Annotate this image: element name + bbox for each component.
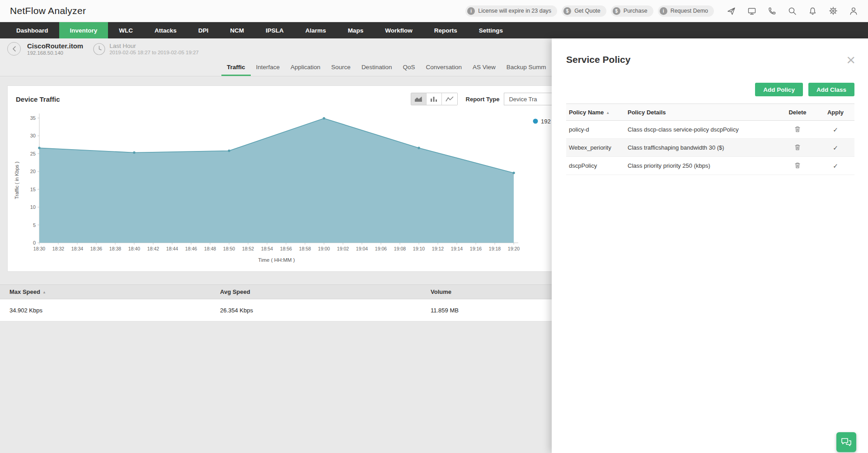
svg-text:18:32: 18:32 [52,246,64,251]
purchase-pill[interactable]: $ Purchase [611,5,653,17]
screen-share-icon[interactable] [747,6,756,16]
nav-dashboard[interactable]: Dashboard [5,22,59,38]
main-nav: Dashboard Inventory WLC Attacks DPI NCM … [0,22,868,38]
nav-dpi[interactable]: DPI [188,22,220,38]
svg-text:5: 5 [33,222,36,228]
chat-button[interactable] [836,432,856,452]
tab-interface[interactable]: Interface [251,59,286,76]
service-policy-table: Policy Name▲ Policy Details Delete Apply… [566,104,854,175]
tab-destination[interactable]: Destination [356,59,398,76]
nav-wlc[interactable]: WLC [108,22,144,38]
policy-name-header[interactable]: Policy Name▲ [566,104,625,121]
trash-icon[interactable] [794,162,801,169]
back-button[interactable] [7,42,21,56]
svg-text:19:20: 19:20 [508,246,520,251]
tab-conversation[interactable]: Conversation [420,59,467,76]
svg-text:18:52: 18:52 [242,246,254,251]
card-title: Device Traffic [16,95,60,103]
svg-text:19:16: 19:16 [470,246,482,251]
policy-name-cell: Webex_periority [566,139,625,157]
trash-icon[interactable] [794,144,801,151]
bell-icon[interactable] [808,6,817,16]
svg-text:0: 0 [33,240,36,245]
nav-maps[interactable]: Maps [337,22,375,38]
svg-text:19:02: 19:02 [337,246,349,251]
avg-speed-header[interactable]: Avg Speed [211,288,421,295]
svg-text:18:34: 18:34 [71,246,83,251]
svg-text:18:42: 18:42 [147,246,159,251]
trash-icon[interactable] [794,126,801,132]
policy-details-cell: Class priority priority 250 (kbps) [625,157,779,175]
svg-text:18:54: 18:54 [261,246,273,251]
clock-icon [93,43,105,55]
tab-as-view[interactable]: AS View [467,59,501,76]
time-range-picker[interactable]: Last Hour 2019-02-05 18:27 to 2019-02-05… [93,42,199,55]
max-speed-header[interactable]: Max Speed▲ [0,288,211,295]
area-chart-icon[interactable] [411,93,427,105]
svg-text:10: 10 [30,204,36,210]
apply-check-icon[interactable]: ✓ [833,144,838,151]
tab-source[interactable]: Source [326,59,356,76]
svg-text:19:18: 19:18 [489,246,501,251]
nav-ncm[interactable]: NCM [219,22,255,38]
device-name: CiscoRouter.itom [27,42,83,50]
add-class-button[interactable]: Add Class [808,83,854,96]
svg-text:19:08: 19:08 [394,246,406,251]
policy-details-header: Policy Details [625,104,779,121]
tab-backup-summary[interactable]: Backup Summ [501,59,552,76]
svg-text:192: 192 [541,118,551,125]
bar-chart-icon[interactable] [427,93,442,105]
user-icon[interactable] [849,6,858,16]
request-demo-label: Request Demo [671,8,708,14]
request-demo-pill[interactable]: i Request Demo [658,5,714,17]
tab-qos[interactable]: QoS [397,59,420,76]
license-expiry-label: License will expire in 23 days [478,8,551,14]
nav-attacks[interactable]: Attacks [144,22,188,38]
policy-details-cell: Class trafficshaping bandwidth 30 ($) [625,139,779,157]
nav-reports[interactable]: Reports [423,22,468,38]
rocket-icon[interactable] [727,6,736,16]
policy-name-cell: dscpPolicy [566,157,625,175]
phone-support-icon[interactable] [767,6,777,16]
sort-asc-icon: ▲ [606,111,610,115]
nav-ipsla[interactable]: IPSLA [255,22,295,38]
svg-text:18:36: 18:36 [90,246,102,251]
get-quote-pill[interactable]: $ Get Quote [562,5,606,17]
tab-traffic[interactable]: Traffic [221,59,251,76]
delete-header: Delete [779,104,816,121]
svg-text:18:46: 18:46 [185,246,197,251]
panel-title: Service Policy [566,54,630,65]
nav-settings[interactable]: Settings [468,22,514,38]
max-speed-header-label: Max Speed [9,288,40,295]
line-chart-icon[interactable] [442,93,457,105]
svg-text:18:44: 18:44 [166,246,178,251]
apply-check-icon[interactable]: ✓ [833,162,838,170]
service-policy-panel-header: Service Policy × [552,38,868,66]
apply-check-icon[interactable]: ✓ [833,126,838,133]
report-type-label: Report Type [466,96,500,103]
time-range-info: Last Hour 2019-02-05 18:27 to 2019-02-05… [109,42,199,55]
dollar-icon: $ [613,7,620,15]
close-icon[interactable]: × [846,54,855,66]
policy-row: Webex_periority Class trafficshaping ban… [566,139,854,157]
report-type-value: Device Tra [509,96,537,103]
policy-details-cell: Class dscp-class service-policy dscpPoli… [625,121,779,139]
nav-inventory[interactable]: Inventory [59,22,108,38]
svg-text:18:30: 18:30 [33,246,45,251]
policy-name-header-label: Policy Name [569,109,604,116]
max-speed-value: 34.902 Kbps [0,307,211,314]
nav-workflow[interactable]: Workflow [374,22,423,38]
dollar-icon: $ [563,7,571,15]
svg-text:19:04: 19:04 [356,246,368,251]
svg-text:18:56: 18:56 [280,246,292,251]
tab-application[interactable]: Application [285,59,326,76]
service-policy-panel: Service Policy × Add Policy Add Class Po… [552,38,868,453]
nav-alarms[interactable]: Alarms [295,22,337,38]
add-policy-button[interactable]: Add Policy [755,83,803,96]
info-icon: i [467,7,475,15]
gear-icon[interactable] [828,6,838,16]
svg-text:19:12: 19:12 [432,246,444,251]
search-icon[interactable] [788,6,797,16]
time-range-value: 2019-02-05 18:27 to 2019-02-05 19:27 [109,50,199,55]
panel-actions: Add Policy Add Class [552,66,868,104]
